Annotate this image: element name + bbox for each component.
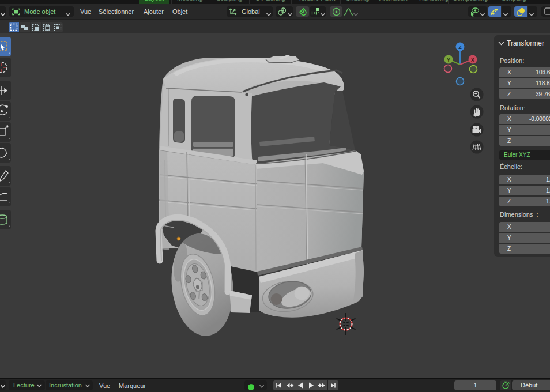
svg-text:Z: Z [458, 44, 462, 50]
svg-text:X: X [471, 57, 474, 63]
svg-text:Y: Y [447, 57, 450, 63]
